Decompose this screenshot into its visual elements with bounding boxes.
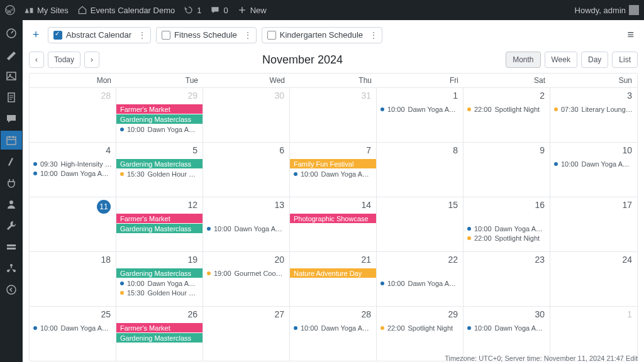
menu-media[interactable]	[1, 67, 22, 85]
event-item[interactable]: 10:00Dawn Yoga Awakening	[377, 278, 463, 288]
event-bar[interactable]: Gardening Masterclass	[116, 224, 203, 233]
event-bar[interactable]: Family Fun Festival	[290, 159, 377, 168]
calendar-filter-chip[interactable]: Kindergarten Schedule⋮	[262, 27, 382, 43]
event-bar[interactable]: Nature Adventure Day	[290, 268, 377, 278]
day-cell[interactable]: 7Family Fun Festival10:00Dawn Yoga Awake…	[290, 142, 377, 197]
day-cell[interactable]: 15	[377, 197, 464, 251]
event-item[interactable]: 15:30Golden Hour Social Tea	[116, 288, 203, 297]
comments-link[interactable]: 0	[210, 5, 228, 15]
chip-menu-icon[interactable]: ⋮	[138, 30, 145, 40]
day-cell[interactable]: 9	[464, 142, 550, 197]
day-cell[interactable]: 31	[290, 87, 377, 142]
view-week-button[interactable]: Week	[545, 52, 577, 68]
menu-appearance[interactable]	[1, 152, 22, 171]
prev-button[interactable]: ‹	[29, 52, 44, 68]
day-cell[interactable]: 2810:00Dawn Yoga Awakening	[290, 306, 377, 361]
event-bar[interactable]: Farmer's Market	[116, 104, 203, 114]
menu-pages[interactable]	[1, 88, 22, 107]
view-list-button[interactable]: List	[612, 52, 638, 68]
view-month-button[interactable]: Month	[506, 52, 540, 68]
day-cell[interactable]: 2210:00Dawn Yoga Awakening	[377, 251, 464, 306]
day-cell[interactable]: 14Photographic Showcase	[290, 197, 377, 251]
menu-plugins[interactable]	[1, 173, 22, 192]
day-cell[interactable]: 1010:00Dawn Yoga Awakening	[550, 142, 637, 197]
menu-collapse[interactable]	[1, 280, 22, 299]
day-cell[interactable]: 6	[203, 142, 290, 197]
event-item[interactable]: 22:00Spotlight Night	[464, 233, 550, 243]
day-cell[interactable]: 307:30Literary Lounge Gatherin	[550, 87, 637, 142]
event-item[interactable]: 15:30Golden Hour Social Tea	[116, 169, 203, 178]
event-item[interactable]: 10:00Dawn Yoga Awakening	[550, 159, 637, 168]
day-cell[interactable]: 1	[550, 306, 637, 361]
howdy-user[interactable]: Howdy, admin	[575, 5, 639, 15]
event-item[interactable]: 10:00Dawn Yoga Awakening	[464, 224, 550, 233]
event-bar[interactable]: Gardening Masterclass	[116, 114, 203, 124]
day-cell[interactable]: 24	[550, 251, 637, 306]
day-cell[interactable]: 29Farmer's MarketGardening Masterclass10…	[116, 87, 203, 142]
day-cell[interactable]: 26Farmer's MarketGardening Masterclass	[116, 306, 203, 361]
day-cell[interactable]: 18	[30, 251, 116, 306]
day-cell[interactable]: 28	[30, 87, 116, 142]
next-button[interactable]: ›	[84, 52, 99, 68]
menu-tools[interactable]	[1, 216, 22, 235]
event-bar[interactable]: Farmer's Market	[116, 214, 203, 223]
event-item[interactable]: 10:00Dawn Yoga Awakening	[203, 224, 289, 233]
menu-comments[interactable]	[1, 109, 22, 128]
event-item[interactable]: 10:00Dawn Yoga Awakening	[30, 323, 116, 332]
wordpress-logo-icon[interactable]	[5, 5, 15, 15]
event-item[interactable]: 10:00Dawn Yoga Awakening	[116, 278, 203, 288]
add-calendar-button[interactable]: +	[29, 28, 43, 42]
options-button[interactable]: ≡	[623, 26, 638, 44]
day-cell[interactable]: 222:00Spotlight Night	[464, 87, 550, 142]
event-item[interactable]: 10:00Dawn Yoga Awakening	[290, 323, 376, 332]
calendar-filter-chip[interactable]: Fitness Schedule⋮	[156, 27, 257, 43]
menu-users[interactable]	[1, 195, 22, 214]
event-bar[interactable]: Farmer's Market	[116, 323, 203, 332]
event-item[interactable]: 07:30Literary Lounge Gatherin	[550, 104, 637, 114]
day-cell[interactable]: 1610:00Dawn Yoga Awakening22:00Spotlight…	[464, 197, 550, 251]
event-bar[interactable]: Gardening Masterclass	[116, 268, 203, 278]
event-bar[interactable]: Gardening Masterclass	[116, 159, 203, 168]
today-button[interactable]: Today	[48, 52, 80, 68]
event-item[interactable]: 22:00Spotlight Night	[464, 104, 550, 114]
day-cell[interactable]: 3010:00Dawn Yoga Awakening	[464, 306, 550, 361]
day-cell[interactable]: 409:30High-Intensity Fitness10:00Dawn Yo…	[30, 142, 116, 197]
day-cell[interactable]: 27	[203, 306, 290, 361]
menu-posts[interactable]	[1, 45, 22, 64]
day-cell[interactable]: 11	[30, 197, 116, 251]
day-cell[interactable]: 110:00Dawn Yoga Awakening	[377, 87, 464, 142]
calendar-filter-chip[interactable]: Abstract Calendar⋮	[48, 27, 151, 43]
day-cell[interactable]: 2019:00Gourmet Cooking Class	[203, 251, 290, 306]
day-cell[interactable]: 2510:00Dawn Yoga Awakening	[30, 306, 116, 361]
menu-calendar[interactable]	[1, 131, 22, 150]
event-item[interactable]: 09:30High-Intensity Fitness	[30, 159, 116, 168]
refresh-link[interactable]: 1	[184, 5, 201, 15]
day-cell[interactable]: 23	[464, 251, 550, 306]
chip-menu-icon[interactable]: ⋮	[369, 30, 377, 40]
chip-menu-icon[interactable]: ⋮	[243, 30, 251, 40]
day-cell[interactable]: 1310:00Dawn Yoga Awakening	[203, 197, 290, 251]
day-cell[interactable]: 2922:00Spotlight Night	[377, 306, 464, 361]
day-cell[interactable]: 17	[550, 197, 637, 251]
event-item[interactable]: 22:00Spotlight Night	[377, 323, 463, 332]
event-item[interactable]: 10:00Dawn Yoga Awakening	[464, 323, 550, 332]
new-link[interactable]: New	[237, 5, 267, 15]
view-day-button[interactable]: Day	[581, 52, 608, 68]
day-cell[interactable]: 8	[377, 142, 464, 197]
day-cell[interactable]: 12Farmer's MarketGardening Masterclass	[116, 197, 203, 251]
event-item[interactable]: 10:00Dawn Yoga Awakening	[30, 168, 116, 178]
menu-dashboard[interactable]	[1, 24, 22, 43]
day-cell[interactable]: 30	[203, 87, 290, 142]
my-sites-link[interactable]: My Sites	[24, 5, 69, 15]
event-item[interactable]: 10:00Dawn Yoga Awakening	[377, 104, 463, 114]
day-cell[interactable]: 5Gardening Masterclass15:30Golden Hour S…	[116, 142, 203, 197]
event-item[interactable]: 10:00Dawn Yoga Awakening	[116, 124, 203, 134]
menu-settings[interactable]	[1, 238, 22, 256]
event-item[interactable]: 10:00Dawn Yoga Awakening	[290, 169, 376, 178]
event-bar[interactable]: Photographic Showcase	[290, 214, 377, 223]
day-cell[interactable]: 21Nature Adventure Day	[290, 251, 377, 306]
day-cell[interactable]: 19Gardening Masterclass10:00Dawn Yoga Aw…	[116, 251, 203, 306]
event-item[interactable]: 19:00Gourmet Cooking Class	[203, 268, 289, 278]
event-bar[interactable]: Gardening Masterclass	[116, 333, 203, 343]
menu-network[interactable]	[1, 259, 22, 278]
